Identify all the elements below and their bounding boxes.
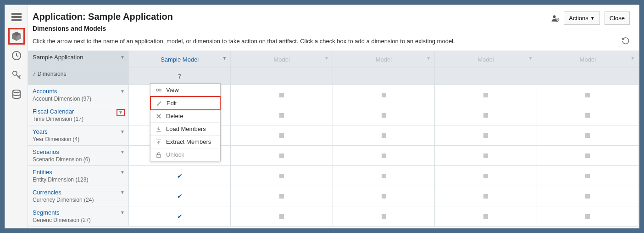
nav-security[interactable] <box>8 67 25 83</box>
dimension-model-cell[interactable] <box>231 85 333 105</box>
dimension-model-cell[interactable] <box>231 186 333 206</box>
nav-application[interactable] <box>8 28 25 45</box>
dimension-model-cell[interactable] <box>333 146 435 165</box>
dimension-menu-arrow[interactable]: ▼ <box>120 129 125 134</box>
checkbox-placeholder[interactable] <box>585 194 590 199</box>
dimension-model-cell[interactable] <box>435 166 537 186</box>
dimension-model-cell[interactable] <box>333 166 435 186</box>
dimension-link[interactable]: Segments <box>33 209 124 216</box>
checkbox-placeholder[interactable] <box>585 214 590 219</box>
close-button[interactable]: Close <box>605 11 630 25</box>
dimension-cell[interactable]: SegmentsGeneric Dimension (27)▼ <box>28 206 129 226</box>
dimension-menu-arrow[interactable]: ▼ <box>120 149 125 154</box>
checkbox-placeholder[interactable] <box>483 113 488 118</box>
menu-item-view[interactable]: View <box>150 84 220 97</box>
dimension-link[interactable]: Fiscal Calendar <box>33 108 124 115</box>
dimension-link[interactable]: Years <box>33 128 124 135</box>
dimension-model-cell[interactable] <box>537 146 639 165</box>
dimension-menu-arrow[interactable]: ▼ <box>120 170 125 175</box>
dimension-menu-arrow[interactable]: ▼ <box>120 210 125 215</box>
dimension-model-cell[interactable] <box>435 105 537 125</box>
checkbox-placeholder[interactable] <box>382 93 386 97</box>
checkbox-placeholder[interactable] <box>279 133 284 138</box>
dimension-model-cell[interactable] <box>537 186 639 206</box>
checkbox-placeholder[interactable] <box>483 133 488 138</box>
user-assign-icon[interactable] <box>551 14 559 23</box>
checkbox-placeholder[interactable] <box>279 113 284 118</box>
dimension-cell[interactable]: Fiscal CalendarTime Dimension (17)▼ <box>28 105 129 125</box>
dimension-cell[interactable]: AccountsAccount Dimension (97)▼ <box>28 85 129 105</box>
dimension-model-cell[interactable]: ✔ <box>129 206 231 226</box>
checkbox-placeholder[interactable] <box>279 214 284 219</box>
dimension-model-cell[interactable] <box>231 166 333 186</box>
dimension-link[interactable]: Scenarios <box>33 148 124 155</box>
checkbox-placeholder[interactable] <box>382 174 386 178</box>
checkbox-placeholder[interactable] <box>382 214 386 219</box>
dimension-model-cell[interactable] <box>537 85 639 105</box>
dimension-model-cell[interactable] <box>537 105 639 125</box>
checkbox-placeholder[interactable] <box>483 214 488 219</box>
checkbox-placeholder[interactable] <box>279 153 284 158</box>
dimension-model-cell[interactable] <box>231 146 333 165</box>
nav-database[interactable] <box>8 86 25 102</box>
checkbox-placeholder[interactable] <box>585 153 590 158</box>
dimension-cell[interactable]: YearsYear Dimension (4)▼ <box>28 125 129 145</box>
menu-item-load-members[interactable]: Load Members <box>150 123 220 136</box>
dimension-cell[interactable]: CurrenciesCurrency Dimension (24)▼ <box>28 186 129 206</box>
model-menu-arrow[interactable]: ▼ <box>528 56 533 61</box>
menu-item-extract-members[interactable]: Extract Members <box>150 136 220 148</box>
model-header-1[interactable]: Model ▼ <box>231 51 333 68</box>
dimension-model-cell[interactable] <box>435 146 537 165</box>
dimension-menu-arrow[interactable]: ▼ <box>117 109 125 116</box>
dimension-cell[interactable]: EntitiesEntity Dimension (123)▼ <box>28 166 129 186</box>
checkbox-placeholder[interactable] <box>585 133 590 138</box>
dimension-model-cell[interactable]: ✔ <box>129 166 231 186</box>
model-header-4[interactable]: Model ▼ <box>537 51 639 68</box>
dimension-menu-arrow[interactable]: ▼ <box>120 89 125 94</box>
dimension-model-cell[interactable] <box>537 125 639 145</box>
checkbox-placeholder[interactable] <box>483 93 488 97</box>
model-menu-arrow[interactable]: ▼ <box>426 56 431 61</box>
dimension-link[interactable]: Currencies <box>33 189 124 196</box>
dimension-model-cell[interactable] <box>435 186 537 206</box>
model-menu-arrow[interactable]: ▼ <box>324 56 329 61</box>
dimension-model-cell[interactable] <box>333 85 435 105</box>
model-header-3[interactable]: Model ▼ <box>435 51 537 68</box>
checkbox-placeholder[interactable] <box>585 174 590 178</box>
model-menu-arrow[interactable]: ▼ <box>222 56 227 61</box>
dimension-cell[interactable]: ScenariosScenario Dimension (6)▼ <box>28 146 129 165</box>
checkbox-placeholder[interactable] <box>483 153 488 158</box>
checkbox-placeholder[interactable] <box>382 153 386 158</box>
checkbox-placeholder[interactable] <box>279 174 284 178</box>
model-header-2[interactable]: Model ▼ <box>333 51 435 68</box>
dimension-model-cell[interactable] <box>435 85 537 105</box>
refresh-button[interactable] <box>622 37 630 45</box>
dimension-model-cell[interactable] <box>231 125 333 145</box>
menu-item-delete[interactable]: Delete <box>150 110 220 123</box>
dimension-model-cell[interactable] <box>435 125 537 145</box>
dimension-model-cell[interactable] <box>537 166 639 186</box>
checkbox-placeholder[interactable] <box>483 194 488 199</box>
dimension-model-cell[interactable] <box>333 186 435 206</box>
checkbox-placeholder[interactable] <box>483 174 488 178</box>
checkbox-placeholder[interactable] <box>382 194 386 199</box>
dimension-model-cell[interactable] <box>231 105 333 125</box>
dimension-model-cell[interactable] <box>333 206 435 226</box>
dimension-model-cell[interactable] <box>537 206 639 226</box>
application-menu-arrow[interactable]: ▼ <box>120 55 125 60</box>
checkbox-placeholder[interactable] <box>279 93 284 97</box>
checkbox-placeholder[interactable] <box>279 194 284 199</box>
actions-button[interactable]: Actions ▼ <box>564 11 600 25</box>
dimension-model-cell[interactable] <box>333 125 435 145</box>
dimension-model-cell[interactable] <box>435 206 537 226</box>
nav-time[interactable] <box>8 47 25 64</box>
application-header-cell[interactable]: Sample Application ▼ <box>28 51 129 68</box>
model-menu-arrow[interactable]: ▼ <box>630 56 635 61</box>
checkbox-placeholder[interactable] <box>585 93 590 97</box>
dimension-link[interactable]: Accounts <box>33 88 124 95</box>
dimension-model-cell[interactable]: ✔ <box>129 186 231 206</box>
dimension-link[interactable]: Entities <box>33 169 124 176</box>
checkbox-placeholder[interactable] <box>382 133 386 138</box>
dimension-model-cell[interactable] <box>231 206 333 226</box>
dimension-menu-arrow[interactable]: ▼ <box>120 190 125 195</box>
